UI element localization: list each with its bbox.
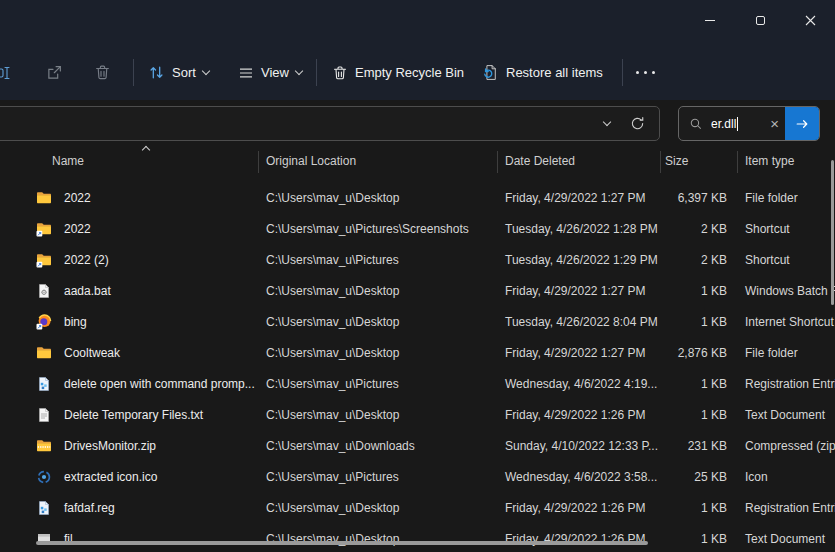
folder-icon: [36, 190, 52, 206]
ellipsis-icon: [636, 71, 655, 74]
original-location: C:\Users\mav_u\Desktop: [258, 284, 497, 298]
file-name: aada.bat: [64, 284, 111, 298]
chevron-down-icon: [202, 67, 210, 75]
horizontal-scrollbar[interactable]: [36, 541, 648, 545]
sort-button[interactable]: Sort: [148, 45, 209, 100]
arrow-right-icon: [795, 117, 809, 131]
date-deleted: Tuesday, 4/26/2022 1:28 PM: [497, 222, 660, 236]
original-location: C:\Users\mav_u\Pictures: [258, 253, 497, 267]
file-size: 6,397 KB: [660, 191, 737, 205]
zip-file-icon: [36, 438, 52, 454]
file-size: 2,876 KB: [660, 346, 737, 360]
column-header-size[interactable]: Size: [660, 145, 737, 177]
table-row[interactable]: fafdaf.reg C:\Users\mav_u\Desktop Friday…: [28, 492, 835, 523]
batch-file-icon: [36, 283, 52, 299]
file-size: 1 KB: [660, 315, 737, 329]
restore-all-items-label: Restore all items: [506, 65, 603, 80]
file-rows: 2022 C:\Users\mav_u\Desktop Friday, 4/29…: [28, 182, 835, 552]
empty-recycle-bin-button[interactable]: Empty Recycle Bin: [332, 45, 464, 100]
minimize-button[interactable]: [685, 0, 735, 40]
column-header-date-deleted[interactable]: Date Deleted: [497, 145, 660, 177]
table-row[interactable]: DrivesMonitor.zip C:\Users\mav_u\Downloa…: [28, 430, 835, 461]
restore-all-items-button[interactable]: Restore all items: [482, 45, 603, 100]
table-row[interactable]: Delete Temporary Files.txt C:\Users\mav_…: [28, 399, 835, 430]
share-button[interactable]: [46, 45, 63, 100]
item-type: Registration Entries: [737, 377, 835, 391]
toolbar-separator: [133, 59, 134, 86]
column-header-item-type[interactable]: Item type: [737, 145, 835, 177]
reg-file-icon: [36, 376, 52, 392]
header-separator: [737, 151, 738, 173]
column-header-name[interactable]: Name: [28, 145, 258, 177]
table-row[interactable]: 2022 C:\Users\mav_u\Desktop Friday, 4/29…: [28, 182, 835, 213]
delete-button[interactable]: [94, 45, 111, 100]
original-location: C:\Users\mav_u\Desktop: [258, 191, 497, 205]
header-separator: [660, 151, 661, 173]
item-type: File folder: [737, 191, 835, 205]
reg-file-icon: [36, 500, 52, 516]
date-deleted: Wednesday, 4/6/2022 3:58...: [497, 470, 660, 484]
date-deleted: Wednesday, 4/6/2022 4:19...: [497, 377, 660, 391]
date-deleted: Sunday, 4/10/2022 12:33 P...: [497, 439, 660, 453]
header-separator: [258, 151, 259, 173]
date-deleted: Tuesday, 4/26/2022 8:04 PM: [497, 315, 660, 329]
date-deleted: Friday, 4/29/2022 1:27 PM: [497, 284, 660, 298]
view-button[interactable]: View: [238, 45, 302, 100]
header-separator: [497, 151, 498, 173]
maximize-icon: [756, 16, 765, 25]
file-size: 2 KB: [660, 253, 737, 267]
table-row[interactable]: bing C:\Users\mav_u\Desktop Tuesday, 4/2…: [28, 306, 835, 337]
titlebar[interactable]: [0, 0, 680, 40]
table-row[interactable]: extracted icon.ico C:\Users\mav_u\Pictur…: [28, 461, 835, 492]
navigation-pane-sliver: [0, 145, 28, 552]
text-file-icon: [36, 407, 52, 423]
date-deleted: Tuesday, 4/26/2022 1:29 PM: [497, 253, 660, 267]
empty-recycle-bin-label: Empty Recycle Bin: [355, 65, 464, 80]
date-deleted: Friday, 4/29/2022 1:27 PM: [497, 191, 660, 205]
firefox-shortcut-icon: [36, 314, 52, 330]
table-row[interactable]: 2022 (2) C:\Users\mav_u\Pictures Tuesday…: [28, 244, 835, 275]
share-icon: [46, 64, 63, 81]
column-headers: Name Original Location Date Deleted Size…: [28, 145, 835, 177]
address-dropdown-chevron-icon[interactable]: [603, 118, 611, 126]
table-row[interactable]: 2022 C:\Users\mav_u\Pictures\Screenshots…: [28, 213, 835, 244]
sort-label: Sort: [172, 65, 196, 80]
file-name: DrivesMonitor.zip: [64, 439, 156, 453]
date-deleted: Friday, 4/29/2022 1:26 PM: [497, 408, 660, 422]
file-size: 231 KB: [660, 439, 737, 453]
file-size: 1 KB: [660, 501, 737, 515]
table-row[interactable]: delete open with command promp... C:\Use…: [28, 368, 835, 399]
item-type: Shortcut: [737, 222, 835, 236]
toolbar-separator: [622, 59, 623, 86]
table-row[interactable]: aada.bat C:\Users\mav_u\Desktop Friday, …: [28, 275, 835, 306]
file-size: 1 KB: [660, 284, 737, 298]
close-icon: [805, 15, 816, 26]
original-location: C:\Users\mav_u\Pictures: [258, 377, 497, 391]
file-size: 25 KB: [660, 470, 737, 484]
see-more-button[interactable]: [636, 45, 655, 100]
search-value: er.dll: [711, 117, 736, 131]
rename-button[interactable]: [0, 45, 14, 100]
maximize-button[interactable]: [735, 0, 785, 40]
refresh-icon[interactable]: [630, 116, 645, 131]
rename-icon: [0, 65, 14, 81]
original-location: C:\Users\mav_u\Desktop: [258, 408, 497, 422]
original-location: C:\Users\mav_u\Downloads: [258, 439, 497, 453]
close-button[interactable]: [785, 0, 835, 40]
address-row: er.dll ×: [0, 100, 835, 145]
search-input[interactable]: er.dll ×: [678, 106, 820, 141]
original-location: C:\Users\mav_u\Desktop: [258, 346, 497, 360]
vertical-scrollbar[interactable]: [831, 160, 834, 305]
file-name: 2022: [64, 222, 91, 236]
original-location: C:\Users\mav_u\Desktop: [258, 315, 497, 329]
column-header-original-location[interactable]: Original Location: [258, 145, 497, 177]
item-type: Text Document: [737, 532, 835, 546]
clear-search-icon[interactable]: ×: [770, 116, 779, 131]
address-bar[interactable]: [0, 106, 660, 141]
table-row[interactable]: fil... C:\Users\mav_u\Desktop Friday, 4/…: [28, 523, 835, 552]
trash-icon: [332, 65, 348, 81]
date-deleted: Friday, 4/29/2022 1:26 PM: [497, 501, 660, 515]
search-go-button[interactable]: [785, 106, 819, 141]
table-row[interactable]: Cooltweak C:\Users\mav_u\Desktop Friday,…: [28, 337, 835, 368]
file-size: 2 KB: [660, 222, 737, 236]
